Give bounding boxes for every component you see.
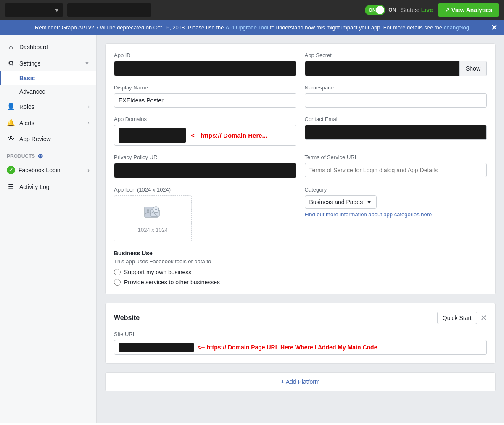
category-dropdown[interactable]: Business and Pages ▼ [305, 195, 377, 209]
changelog-link[interactable]: changelog [444, 24, 469, 31]
website-card-header: Website Quick Start ✕ [114, 312, 487, 324]
radio-other-businesses[interactable]: Provide services to other businesses [114, 279, 487, 286]
sidebar-item-dashboard[interactable]: ⌂ Dashboard [0, 39, 96, 55]
app-icon-group: App Icon (1024 x 1024) [114, 186, 296, 241]
live-toggle-container: ON ON [365, 5, 396, 15]
sidebar-item-advanced[interactable]: Advanced [0, 85, 96, 98]
site-url-input[interactable]: <-- https:// Domain Page URL Here Where … [114, 340, 487, 355]
basic-settings-card: App ID App Secret Show Display Name [105, 43, 496, 294]
quick-start-button[interactable]: Quick Start [437, 312, 477, 324]
view-analytics-button[interactable]: ↗ View Analytics [438, 3, 499, 17]
sidebar-alerts-label: Alerts [19, 120, 34, 126]
gear-icon: ⚙ [7, 59, 15, 67]
app-secret-field [305, 61, 460, 76]
radio-own-business-label: Support my own business [124, 269, 191, 275]
api-upgrade-tool-link[interactable]: API Upgrade Tool [226, 24, 269, 31]
sidebar-facebook-login-label: Facebook Login [18, 167, 61, 173]
facebook-login-chevron: › [87, 167, 90, 173]
terms-of-service-group: Terms of Service URL [305, 154, 487, 178]
app-domains-label: App Domains [114, 116, 296, 122]
sidebar-item-activity-log[interactable]: ☰ Activity Log [0, 178, 96, 195]
footer-bar: Discard Save Changes [0, 423, 504, 425]
app-selector[interactable]: ▼ [5, 3, 63, 17]
domain-redacted-block [119, 128, 186, 143]
products-section-label: PRODUCTS ⊕ [0, 147, 96, 162]
sidebar: ⌂ Dashboard ⚙ Settings ▼ Basic Advanced … [0, 35, 97, 423]
roles-chevron: › [88, 104, 90, 110]
app-name-display [67, 3, 151, 17]
category-info-link[interactable]: Find out more information about app cate… [305, 211, 487, 218]
eye-icon: 👁 [7, 135, 15, 143]
category-group: Category Business and Pages ▼ Find out m… [305, 186, 487, 241]
alerts-chevron: › [88, 120, 90, 126]
radio-own-business-input[interactable] [114, 269, 121, 275]
website-card: Website Quick Start ✕ Site URL <-- https… [105, 303, 496, 364]
settings-submenu: Basic Advanced [0, 71, 96, 98]
display-name-label: Display Name [114, 84, 296, 91]
radio-other-businesses-label: Provide services to other businesses [124, 279, 220, 286]
namespace-input[interactable] [305, 93, 487, 108]
privacy-policy-field[interactable] [114, 163, 296, 178]
website-close-button[interactable]: ✕ [480, 314, 487, 322]
add-platform-button[interactable]: + Add Platform [105, 372, 496, 391]
show-secret-button[interactable]: Show [460, 61, 487, 76]
category-label: Category [305, 186, 487, 193]
app-secret-group: App Secret Show [305, 52, 487, 76]
toggle-on-label: ON [388, 7, 396, 13]
notification-close-button[interactable]: ✕ [491, 23, 497, 32]
app-icon-upload[interactable]: 1024 x 1024 [114, 195, 192, 241]
radio-other-businesses-input[interactable] [114, 279, 121, 286]
display-name-input[interactable] [114, 93, 296, 108]
sidebar-roles-label: Roles [19, 103, 34, 110]
contact-email-label: Contact Email [305, 116, 487, 122]
bell-icon: 🔔 [7, 119, 15, 127]
facebook-login-icon: ✓ [7, 166, 15, 174]
business-use-subtitle: This app uses Facebook tools or data to [114, 258, 487, 265]
site-url-group: Site URL <-- https:// Domain Page URL He… [114, 331, 487, 355]
topbar: ▼ ON ON Status: Live ↗ View Analytics [0, 0, 504, 20]
sidebar-item-facebook-login[interactable]: ✓ Facebook Login › [0, 162, 96, 178]
app-secret-container: Show [305, 61, 487, 76]
app-id-label: App ID [114, 52, 296, 58]
app-domains-group: App Domains <-- https:// Domain Here... [114, 116, 296, 146]
roles-icon: 👤 [7, 102, 15, 110]
status-label: Status: Live [401, 7, 433, 13]
sidebar-item-alerts[interactable]: 🔔 Alerts › [0, 115, 96, 131]
category-value: Business and Pages [309, 199, 363, 205]
add-product-button[interactable]: ⊕ [37, 152, 43, 160]
home-icon: ⌂ [7, 43, 15, 51]
sidebar-activity-log-label: Activity Log [19, 184, 50, 190]
contact-email-group: Contact Email [305, 116, 487, 146]
terms-of-service-label: Terms of Service URL [305, 154, 487, 160]
notification-text: Reminder: Graph API v2.7 will be depreca… [35, 24, 224, 31]
site-url-hint: <-- https:// Domain Page URL Here Where … [198, 344, 377, 351]
display-name-group: Display Name [114, 84, 296, 108]
terms-of-service-input[interactable] [305, 163, 487, 177]
app-domains-input[interactable]: <-- https:// Domain Here... [114, 125, 296, 146]
radio-own-business[interactable]: Support my own business [114, 269, 487, 275]
sidebar-settings-label: Settings [19, 60, 41, 67]
upload-icon [142, 204, 164, 224]
settings-chevron: ▼ [84, 60, 90, 66]
business-use-title: Business Use [114, 250, 487, 257]
app-id-group: App ID [114, 52, 296, 76]
sidebar-app-review-label: App Review [19, 136, 51, 142]
status-value: Live [421, 7, 433, 13]
main-content: App ID App Secret Show Display Name [97, 35, 504, 423]
category-chevron-icon: ▼ [366, 199, 372, 205]
business-use-section: Business Use This app uses Facebook tool… [114, 250, 487, 286]
sidebar-item-basic[interactable]: Basic [0, 71, 96, 85]
sidebar-item-roles[interactable]: 👤 Roles › [0, 98, 96, 115]
business-use-radio-group: Support my own business Provide services… [114, 269, 487, 286]
contact-email-field[interactable] [305, 125, 487, 140]
sidebar-item-settings[interactable]: ⚙ Settings ▼ [0, 55, 96, 71]
privacy-policy-label: Privacy Policy URL [114, 154, 296, 160]
site-url-label: Site URL [114, 331, 487, 337]
namespace-group: Namespace [305, 84, 487, 108]
app-secret-label: App Secret [305, 52, 487, 58]
live-toggle[interactable]: ON [365, 5, 385, 15]
domain-hint-text: <-- https:// Domain Here... [191, 132, 267, 139]
website-title: Website [114, 314, 140, 322]
sidebar-item-app-review[interactable]: 👁 App Review [0, 131, 96, 147]
notification-banner: Reminder: Graph API v2.7 will be depreca… [0, 20, 504, 35]
